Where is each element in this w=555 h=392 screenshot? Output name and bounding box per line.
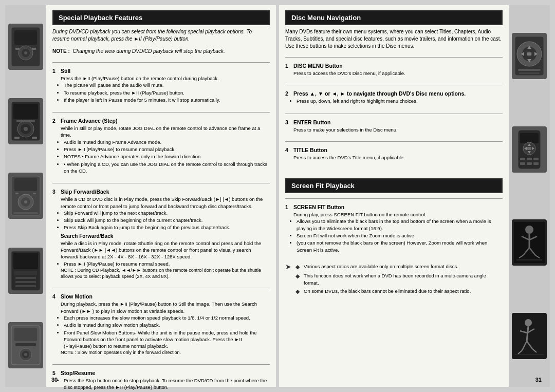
- svg-rect-6: [32, 48, 36, 50]
- divider-2: [52, 112, 270, 113]
- svg-point-34: [24, 353, 27, 356]
- item-stop-resume: 5 Stop/Resume Press the Stop button once…: [52, 370, 270, 392]
- item-1-title: Still: [61, 68, 70, 74]
- search-forward-body: While a disc is in Play mode, rotate Shu…: [61, 240, 270, 260]
- item-4-bullets: Each press increases the slow motion spe…: [64, 314, 270, 349]
- svg-rect-5: [15, 48, 20, 50]
- right-divider-4: [285, 141, 503, 142]
- disc-item-1-title: DISC MENU Button: [293, 63, 343, 69]
- svg-rect-21: [15, 193, 18, 194]
- search-forward-bullets: Press ►II (Play/Pause) to resume normal …: [64, 260, 270, 267]
- diamond-1: ◆: [295, 263, 302, 271]
- disc-item-4-num: 4: [285, 147, 291, 153]
- disc-item-4: 4 TITLE Button Press to access the DVD's…: [285, 147, 503, 161]
- screen-item-1: 1 SCREEN FIT Button During play, press S…: [285, 204, 503, 254]
- svg-rect-53: [527, 147, 531, 150]
- svg-rect-27: [15, 281, 36, 283]
- screen-item-1-title: SCREEN FIT Button: [293, 204, 344, 210]
- right-page-number: 31: [535, 377, 542, 383]
- arrow-bullet-1: ◆ Various aspect ratios are available on…: [295, 263, 503, 271]
- right-content: Disc Menu Navigation Many DVDs feature t…: [279, 5, 509, 387]
- device-image-4: [8, 248, 43, 294]
- disc-item-1: 1 DISC MENU Button Press to access the D…: [285, 63, 503, 77]
- page-container: Special Playback Features During DVD/CD …: [0, 0, 555, 392]
- svg-rect-58: [527, 162, 532, 165]
- disc-item-1-num: 1: [285, 63, 291, 69]
- svg-rect-25: [14, 271, 37, 275]
- right-device-image-3: [512, 219, 547, 266]
- svg-rect-40: [519, 72, 540, 74]
- right-divider-5: [285, 198, 503, 199]
- svg-point-19: [24, 200, 27, 203]
- device-image-5: [8, 322, 43, 368]
- note-text: NOTE : Changing the view during DVD/CD p…: [52, 48, 270, 55]
- section-gap: [285, 167, 503, 175]
- right-device-image-1: [512, 33, 547, 79]
- right-divider-3: [285, 114, 503, 114]
- item-2-title: Frame Advance (Step): [61, 118, 117, 124]
- svg-rect-14: [32, 137, 37, 139]
- svg-rect-22: [33, 193, 36, 194]
- item-5-title: Stop/Resume: [61, 370, 95, 376]
- svg-rect-30: [14, 328, 37, 341]
- screen-item-1-num: 1: [285, 204, 291, 210]
- svg-point-11: [24, 127, 28, 131]
- svg-rect-13: [14, 137, 20, 139]
- screen-item-1-bullets: Allows you to eliminate the black bars i…: [297, 218, 503, 253]
- svg-rect-31: [15, 343, 36, 346]
- device-image-1: [8, 24, 43, 70]
- disc-menu-header: Disc Menu Navigation: [285, 10, 503, 25]
- item-1-body: Press the ►II (Play/Pause) button on the…: [61, 75, 270, 82]
- disc-item-4-body: Press to access the DVD's Title menu, if…: [293, 154, 503, 161]
- item-3-body: While a CD or DVD disc is in Play mode, …: [61, 196, 270, 210]
- svg-point-4: [24, 51, 27, 54]
- item-3-bullets: Skip Forward will jump to the next chapt…: [64, 210, 270, 231]
- svg-rect-20: [13, 212, 38, 214]
- item-slow-motion: 4 Slow Motion During playback, press the…: [52, 293, 270, 356]
- arrow-bullets: ◆ Various aspect ratios are available on…: [295, 263, 503, 297]
- item-1-num: 1: [52, 68, 59, 74]
- right-page: Disc Menu Navigation Many DVDs feature t…: [279, 5, 550, 387]
- svg-rect-39: [518, 69, 541, 71]
- intro-text: During DVD/CD playback you can select fr…: [52, 28, 270, 43]
- svg-rect-24: [13, 253, 38, 269]
- left-page-number: 30: [51, 377, 58, 383]
- item-3-title: Skip Forward/Back: [61, 189, 109, 195]
- right-device-image-2: [512, 126, 547, 173]
- disc-menu-intro: Many DVDs feature their own menu systems…: [285, 28, 503, 50]
- diamond-3: ◆: [295, 288, 302, 295]
- svg-rect-57: [520, 162, 525, 165]
- divider-5: [52, 364, 270, 365]
- svg-rect-1: [14, 30, 37, 45]
- right-divider-2: [285, 85, 503, 85]
- item-3-num: 3: [52, 189, 59, 195]
- svg-rect-56: [533, 158, 539, 160]
- disc-item-3: 3 ENTER Button Press to make your select…: [285, 119, 503, 133]
- screen-item-1-body: During play, press SCREEN FIT button on …: [293, 211, 503, 218]
- disc-item-2-bullets: Press up, down, left and right to highli…: [297, 98, 503, 104]
- item-skip: 3 Skip Forward/Back While a CD or DVD di…: [52, 189, 270, 279]
- right-device-image-4: [512, 313, 547, 359]
- svg-rect-26: [15, 277, 36, 279]
- disc-item-3-body: Press to make your selections in the Dis…: [293, 126, 503, 133]
- arrow-bullet-3: ◆ On some DVDs, the black bars cannot be…: [295, 288, 503, 295]
- item-5-num: 5: [52, 370, 59, 376]
- disc-item-2-num: 2: [285, 90, 291, 97]
- svg-rect-16: [14, 178, 37, 191]
- item-frame-advance: 2 Frame Advance (Step) While in still or…: [52, 118, 270, 175]
- disc-item-2-body: Press ▲, ▼ or ◄, ► to navigate through D…: [293, 90, 466, 97]
- disc-item-1-body: Press to access the DVD's Disc menu, if …: [293, 70, 503, 77]
- left-page: Special Playback Features During DVD/CD …: [5, 5, 276, 387]
- svg-rect-8: [13, 104, 38, 119]
- arrow-icon: ➤: [285, 263, 293, 270]
- svg-point-61: [525, 226, 533, 234]
- arrow-note-section: ➤ ◆ Various aspect ratios are available …: [285, 263, 503, 297]
- svg-rect-54: [520, 158, 525, 160]
- svg-point-71: [525, 319, 532, 326]
- item-2-bullets: Audio is muted during Frame Advance mode…: [64, 139, 270, 174]
- disc-item-2: 2 Press ▲, ▼ or ◄, ► to navigate through…: [285, 90, 503, 105]
- divider-4: [52, 288, 270, 288]
- item-1-bullets: The picture will pause and the audio wil…: [64, 82, 270, 103]
- search-forward-header: Search Forward/Back: [61, 233, 270, 239]
- left-sidebar: [5, 5, 46, 387]
